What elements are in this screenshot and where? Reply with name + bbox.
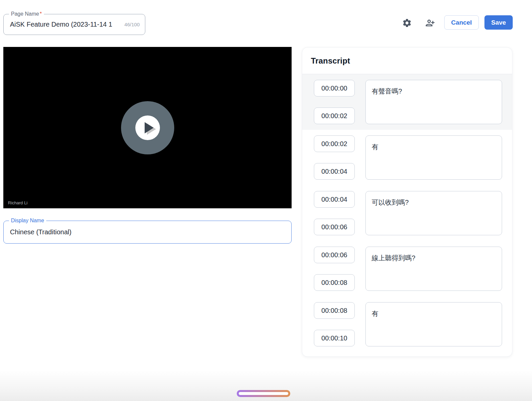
timestamp-column <box>314 80 355 124</box>
transcript-row <box>302 241 512 297</box>
transcript-row <box>302 130 512 185</box>
display-name-input[interactable] <box>10 228 286 236</box>
transcript-row <box>302 297 512 352</box>
end-time-input[interactable] <box>314 219 355 235</box>
transcript-panel: Transcript <box>302 47 512 357</box>
start-time-input[interactable] <box>314 80 355 97</box>
transcript-text-input[interactable] <box>365 135 502 180</box>
end-time-input[interactable] <box>314 274 355 291</box>
timestamp-column <box>314 247 355 291</box>
start-time-input[interactable] <box>314 191 355 208</box>
required-asterisk: * <box>40 11 42 17</box>
gear-icon <box>402 18 412 28</box>
page-name-input[interactable] <box>10 21 121 28</box>
video-attribution: Richard Li <box>8 200 28 205</box>
play-icon <box>135 115 160 140</box>
end-time-input[interactable] <box>314 107 355 124</box>
start-time-input[interactable] <box>314 302 355 319</box>
transcript-text-input[interactable] <box>365 247 502 291</box>
page-root: { "colors": { "accent_blue": "#3b76dd", … <box>0 0 532 401</box>
timestamp-column <box>314 302 355 346</box>
transcript-text-input[interactable] <box>365 302 502 346</box>
cancel-button[interactable]: Cancel <box>444 15 479 30</box>
timestamp-column <box>314 191 355 235</box>
start-time-input[interactable] <box>314 135 355 152</box>
loading-indicator <box>237 390 290 397</box>
timestamp-column <box>314 135 355 180</box>
end-time-input[interactable] <box>314 163 355 180</box>
transcript-title: Transcript <box>311 56 350 66</box>
transcript-row <box>302 74 512 130</box>
char-counter: 46/100 <box>124 22 140 27</box>
play-button[interactable] <box>121 101 174 154</box>
start-time-input[interactable] <box>314 247 355 263</box>
invite-button[interactable] <box>424 17 436 29</box>
transcript-row <box>302 185 512 241</box>
save-button[interactable]: Save <box>484 15 513 30</box>
display-name-field: Display Name <box>3 221 292 244</box>
transcript-text-input[interactable] <box>365 191 502 235</box>
end-time-input[interactable] <box>314 330 355 346</box>
transcript-rows <box>302 74 512 352</box>
settings-button[interactable] <box>401 17 413 29</box>
transcript-text-input[interactable] <box>365 80 502 124</box>
display-name-label: Display Name <box>9 217 46 224</box>
transcript-header: Transcript <box>302 48 512 74</box>
person-add-icon <box>425 18 435 28</box>
page-name-label: Page Name* <box>9 11 44 17</box>
video-player[interactable]: Richard Li <box>3 47 292 208</box>
page-name-field: Page Name* 46/100 <box>3 14 145 35</box>
